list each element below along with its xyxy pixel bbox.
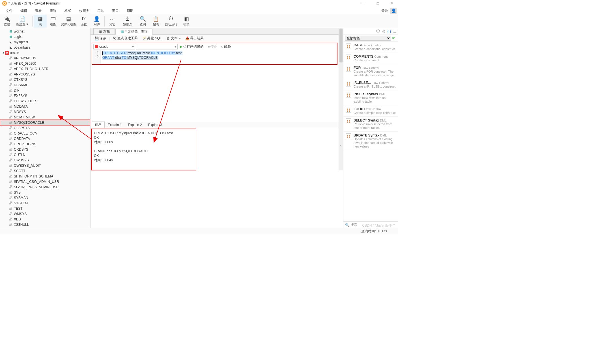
snippet-UPDATE Syntax[interactable]: ( )UPDATE SyntaxDMLUpdates columns of ex… (343, 132, 398, 150)
toolbar-报表[interactable]: 📋报表 (149, 15, 162, 28)
explain-button[interactable]: ℮解释 (220, 44, 233, 49)
query-builder-button[interactable]: 🛠查询创建工具 (111, 35, 139, 41)
schema-SCOTT[interactable]: 品SCOTT (0, 168, 90, 174)
schema-APEX_PUBLIC_USER[interactable]: 品APEX_PUBLIC_USER (0, 66, 90, 72)
schema-OLAPSYS[interactable]: 品OLAPSYS (0, 125, 90, 131)
schema-DIP[interactable]: 品DIP (0, 88, 90, 93)
snippet-COMMENTS[interactable]: ( )COMMENTSCommentCreate a comment (343, 53, 398, 64)
menu-file[interactable]: 文件 (2, 8, 16, 14)
schema-ORDPLUGINS[interactable]: 品ORDPLUGINS (0, 141, 90, 147)
snippet-INSERT Syntax[interactable]: ( )INSERT SyntaxDMLInsert new rows into … (343, 90, 398, 105)
snippet-list[interactable]: ( )CASEFlow ControlCreate a conditional … (343, 42, 398, 221)
snippet-LOOP[interactable]: ( )LOOPFlow ControlCreate a simple loop … (343, 105, 398, 117)
menu-edit[interactable]: 编辑 (16, 8, 31, 14)
schema-MYSQLTOORACLE[interactable]: 品MYSQLTOORACLE (0, 120, 90, 125)
tree-zsglxt[interactable]: ▦zsglxt (0, 34, 90, 39)
search-placeholder[interactable]: 搜索 (350, 222, 357, 227)
toolbar-其它[interactable]: ⋯其它 (106, 15, 119, 28)
menu-window[interactable]: 窗口 (108, 8, 123, 14)
scroll-thumb[interactable] (339, 29, 343, 62)
stop-button[interactable]: ■停止 (206, 44, 219, 49)
code-area[interactable]: CREATE USER mysqlToOracle IDENTIFIED BY … (101, 50, 337, 64)
toolbar-用户[interactable]: 👤用户 (90, 15, 103, 28)
toolbar-连接[interactable]: 🔌连接 (1, 15, 14, 28)
schema-XDB[interactable]: 品XDB (0, 216, 90, 222)
toolbar-新建查询[interactable]: 📄新建查询 (14, 15, 31, 28)
tree-wcchat[interactable]: ▦wcchat (0, 29, 90, 34)
toolbar-自动运行[interactable]: ⏱自动运行 (162, 15, 180, 28)
tree-oracle[interactable]: ▾◉oracle (0, 50, 90, 55)
export-button[interactable]: 📤导出结果 (184, 35, 205, 41)
toolbar-视图[interactable]: 🗔视图 (47, 15, 60, 28)
tree-mysqltest[interactable]: ◣mysqltest (0, 39, 90, 45)
list-icon[interactable]: ☰ (393, 29, 397, 33)
schema-MDSYS[interactable]: 品MDSYS (0, 109, 90, 114)
schema-SYSMAN[interactable]: 品SYSMAN (0, 195, 90, 200)
toolbar-实体化视图[interactable]: ▤实体化视图 (60, 15, 77, 28)
window-minimize-button[interactable]: — (360, 1, 368, 6)
snippet-SELECT Syntax[interactable]: ( )SELECT SyntaxDMLRetrieve rows selecte… (343, 117, 398, 132)
snippet-IF...ELSE...[interactable]: ( )IF...ELSE...Flow ControlCreate a IF..… (343, 79, 398, 90)
toolbar-表[interactable]: ▦表 (34, 15, 47, 28)
menu-format[interactable]: 格式 (61, 8, 75, 14)
schema-DBSNMP[interactable]: 品DBSNMP (0, 82, 90, 88)
vertical-scrollbar[interactable]: ▲ (339, 28, 343, 170)
text-button[interactable]: 🗎文本▾ (164, 35, 182, 41)
menu-favorites[interactable]: 收藏夹 (75, 8, 93, 14)
tag-filter-select[interactable]: 全部标签 (345, 36, 391, 41)
snippet-CASE[interactable]: ( )CASEFlow ControlCreate a conditional … (343, 42, 398, 53)
save-button[interactable]: 💾保存 (93, 35, 108, 41)
window-maximize-button[interactable]: □ (374, 1, 382, 6)
menu-query[interactable]: 查询 (46, 8, 61, 14)
info-icon[interactable]: ⓘ (376, 29, 380, 34)
tree-oceanbase[interactable]: ◣oceanbase (0, 45, 90, 50)
schema-ORACLE_OCM[interactable]: 品ORACLE_OCM (0, 131, 90, 136)
tab-objects[interactable]: ▦ 对象 (93, 28, 115, 34)
schema-WMSYS[interactable]: 品WMSYS (0, 211, 90, 216)
schema-OUTLN[interactable]: 品OUTLN (0, 152, 90, 157)
tab-info[interactable]: 信息 (92, 122, 105, 128)
connection-select[interactable]: oracle ▾ (93, 44, 135, 49)
schema-OWBSYS_AUDIT[interactable]: 品OWBSYS_AUDIT (0, 163, 90, 168)
scroll-up-icon[interactable]: ▲ (339, 144, 342, 147)
schema-SPATIAL_WFS_ADMIN_USR[interactable]: 品SPATIAL_WFS_ADMIN_USR (0, 184, 90, 190)
run-selected-button[interactable]: ▶运行已选择的 (178, 44, 205, 49)
sql-editor[interactable]: 12 CREATE USER mysqlToOracle IDENTIFIED … (92, 50, 337, 64)
schema-FLOWS_FILES[interactable]: 品FLOWS_FILES (0, 98, 90, 104)
menu-tools[interactable]: 工具 (93, 8, 108, 14)
schema-APEX_030200[interactable]: 品APEX_030200 (0, 61, 90, 66)
schema-SPATIAL_CSW_ADMIN_USR[interactable]: 品SPATIAL_CSW_ADMIN_USR (0, 179, 90, 184)
menu-view[interactable]: 查看 (31, 8, 46, 14)
schema-APPQOSSYS[interactable]: 品APPQOSSYS (0, 72, 90, 77)
target-icon[interactable]: ◎ (382, 29, 385, 33)
schema-SYSTEM[interactable]: 品SYSTEM (0, 200, 90, 206)
schema-ORDSYS[interactable]: 品ORDSYS (0, 147, 90, 152)
menu-help[interactable]: 帮助 (123, 8, 137, 14)
schema-SYS[interactable]: 品SYS (0, 190, 90, 195)
tab-query[interactable]: ▦ * 无标题 - 查询 (115, 29, 152, 35)
schema-CTXSYS[interactable]: 品CTXSYS (0, 77, 90, 82)
snippet-FOR[interactable]: ( )FORFlow ControlCreate a FOR construct… (343, 64, 398, 79)
schema-ORDDATA[interactable]: 品ORDDATA (0, 136, 90, 141)
toolbar-模型[interactable]: ◧模型 (180, 15, 193, 28)
avatar-icon[interactable]: 👤 (390, 8, 397, 14)
schema-SI_INFORMTN_SCHEMA[interactable]: 品SI_INFORMTN_SCHEMA (0, 174, 90, 179)
window-close-button[interactable]: ✕ (388, 1, 396, 6)
schema-TEST[interactable]: 品TEST (0, 206, 90, 211)
tab-explain3[interactable]: Explain 3 (145, 122, 165, 128)
connection-tree[interactable]: ▦wcchat▦zsglxt◣mysqltest◣oceanbase▾◉orac… (0, 28, 91, 228)
login-link[interactable]: 登录 (379, 8, 390, 14)
beautify-button[interactable]: 🪄美化 SQL (141, 35, 163, 41)
toolbar-数据泵[interactable]: 🗄数据泵 (119, 15, 136, 28)
refresh-icon[interactable]: ⟳ (392, 36, 397, 40)
toolbar-函数[interactable]: fx函数 (77, 15, 90, 28)
schema-ANONYMOUS[interactable]: 品ANONYMOUS (0, 55, 90, 61)
schema-select[interactable]: ▾ (136, 44, 178, 49)
tab-explain2[interactable]: Explain 2 (125, 122, 145, 128)
code-icon[interactable]: ( ) (388, 29, 391, 33)
schema-OWBSYS[interactable]: 品OWBSYS (0, 157, 90, 163)
tab-explain1[interactable]: Explain 1 (105, 122, 125, 128)
schema-EXFSYS[interactable]: 品EXFSYS (0, 93, 90, 98)
toolbar-查询[interactable]: 🔍查询 (136, 15, 149, 28)
schema-XS$NULL[interactable]: 品XS$NULL (0, 222, 90, 227)
